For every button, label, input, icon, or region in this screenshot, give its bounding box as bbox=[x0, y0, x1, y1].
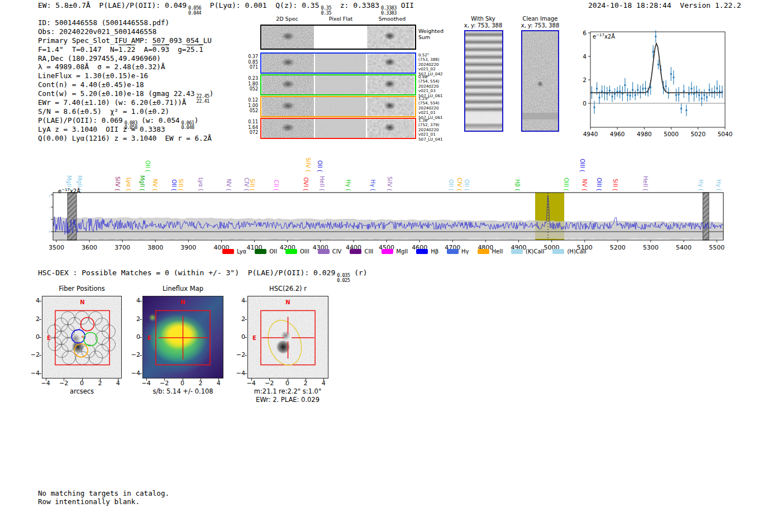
twod-spec-blob bbox=[262, 75, 314, 94]
source-aperture-ellipse bbox=[263, 316, 307, 370]
fiber-positions-plot: +NE bbox=[42, 296, 122, 378]
legend-item: CIV bbox=[318, 248, 342, 255]
twod-row-left-line: 052 bbox=[241, 108, 258, 114]
twod-cell-flat bbox=[315, 54, 366, 73]
with-sky-coords: x, y: 753, 388 bbox=[458, 22, 508, 29]
frac-bottom: 22.41 bbox=[197, 99, 209, 104]
twod-row-left-label-3: 0.121.00052 bbox=[241, 98, 258, 114]
legend-item: Hβ bbox=[416, 248, 438, 255]
hsc-y-tick-mark bbox=[245, 337, 247, 338]
emission-line-label: OIII ( bbox=[596, 178, 602, 191]
twod-row-left-label-1: 0.370.85071 bbox=[241, 54, 258, 70]
x-tick-label: 3600 bbox=[82, 244, 97, 251]
legend-label: Hβ bbox=[431, 248, 438, 255]
y-tick-label: 6 bbox=[583, 30, 586, 36]
text-segment: HSC-DEX : Possible Matches = 0 (within +… bbox=[38, 269, 335, 277]
fiber-x-tick-mark bbox=[46, 378, 46, 381]
legend-label: (H)CaII bbox=[567, 248, 586, 255]
twod-row-2 bbox=[260, 74, 416, 95]
hsc-y-tick-mark bbox=[245, 319, 247, 320]
info-line-14: Q(0.00) Lyα(1216) z = 3.1040 EW r = 6.2Å bbox=[38, 134, 213, 143]
twod-cell-spec bbox=[262, 119, 314, 138]
legend-swatch bbox=[552, 249, 564, 254]
legend-label: CIII bbox=[364, 248, 373, 255]
emission-line-label: NV ( bbox=[152, 179, 158, 191]
info-line-9: Cont(w) = 5.20(±0.10)e-18 (gmag 22.4322.… bbox=[38, 89, 213, 98]
text-segment: (r) bbox=[350, 269, 367, 277]
emission-line-label: CII ( bbox=[273, 180, 279, 191]
twod-cell-spec bbox=[262, 97, 314, 116]
lineflux-map-title: Lineflux Map bbox=[142, 285, 223, 293]
clean-image-title-text: Clean Image bbox=[515, 16, 565, 22]
y-tick-label: 0 bbox=[583, 100, 586, 107]
twod-row-left-line: 1.00 bbox=[241, 103, 258, 109]
text-segment: A= bbox=[135, 45, 152, 54]
elixer-report: EW: 5.8±0.7Å P(LAE)/P(OII): 0.0490.0560.… bbox=[0, 0, 782, 532]
text-segment: Primary Spec_Slot_IFU_AMP: 507_093_054_L… bbox=[38, 36, 212, 45]
twod-row-left-line: 052 bbox=[241, 87, 258, 92]
emission-line-label: SiII ( bbox=[178, 179, 184, 191]
fiber-y-tick-mark bbox=[39, 355, 41, 356]
info-line-1: ID: 5001446558 (5001446558.pdf) bbox=[38, 18, 213, 27]
with-sky-title-text: With Sky bbox=[458, 16, 508, 22]
y-tick-label: 2 bbox=[49, 216, 50, 223]
twod-row-right-line: 507_LU_041 bbox=[418, 137, 443, 142]
twod-row-left-line: 0.37 bbox=[241, 54, 258, 60]
emission-line-label: OVI ( bbox=[303, 177, 309, 191]
fiber-y-tick-label: −2 bbox=[28, 351, 40, 358]
emission-line-label: NV ( bbox=[581, 179, 588, 191]
legend-label: OII bbox=[269, 248, 277, 255]
info-line-3: Primary Spec_Slot_IFU_AMP: 507_093_054_L… bbox=[38, 36, 213, 45]
x-tick-label: 5400 bbox=[676, 244, 692, 251]
emission-line-label: Hβ ( bbox=[514, 179, 521, 191]
highlighted-fiber-circle bbox=[74, 344, 88, 357]
emission-line-label: Lyα ( bbox=[126, 178, 132, 191]
twod-row-left-line: 0.85 bbox=[241, 60, 258, 65]
hsc-y-tick-mark bbox=[245, 373, 247, 374]
legend-item: MgII bbox=[382, 248, 408, 255]
twod-cell-image bbox=[315, 97, 366, 116]
hsc-x-tick-mark bbox=[306, 378, 306, 381]
x-tick-label: 5020 bbox=[690, 131, 705, 137]
twod-cell-spec bbox=[262, 54, 314, 73]
text-segment: ) bbox=[209, 89, 214, 98]
twod-spec-blob bbox=[262, 26, 314, 49]
col-title-pixelflat: Pixel Flat bbox=[315, 16, 366, 22]
twod-cell-image bbox=[315, 119, 366, 138]
hsc-x-tick-mark bbox=[288, 378, 288, 381]
emission-line-label: OII ( bbox=[145, 160, 151, 172]
line-fit-zoom-svg: 4940496049805000502050400246 bbox=[581, 25, 737, 137]
twod-cell-image bbox=[315, 54, 366, 73]
info-line-10: EWr = 7.40(±1.10) (w: 6.20(±0.71))Å bbox=[38, 98, 213, 107]
text-segment: Cont(w) = 5.20(±0.10)e-18 (gmag 22.43 bbox=[38, 89, 195, 98]
text-segment: ID: 5001446558 (5001446558.pdf) bbox=[38, 18, 169, 27]
x-tick-label: 5300 bbox=[643, 244, 659, 251]
col-title-smoothed: Smoothed bbox=[368, 16, 417, 22]
lineflux-x-tick-mark bbox=[146, 378, 147, 381]
twod-cell-spec bbox=[262, 26, 314, 49]
stacked-fraction: 0.0560.044 bbox=[188, 6, 201, 15]
text-segment: Q(0.00) Lyα(1216) z = 3.1040 EW r = 6.2Å bbox=[38, 134, 212, 142]
hsc-y-tick-label: 4 bbox=[234, 297, 245, 304]
hsc-y-tick-label: 2 bbox=[234, 315, 245, 323]
text-segment: 1.22 bbox=[118, 45, 135, 54]
emission-line-label: Hγ ( bbox=[716, 179, 722, 191]
frac-bottom: 0.025 bbox=[337, 278, 350, 283]
full-spectrum-plot: 3500360037003800390040004100420043004400… bbox=[49, 147, 733, 261]
fiber-annotations: +NE bbox=[42, 296, 122, 378]
twod-row-left-line: 0.11 bbox=[241, 119, 258, 125]
frac-bottom: 0.3383 bbox=[381, 11, 397, 16]
text-segment: LyA z = 3.1040 OII z = 0.3383 bbox=[38, 125, 165, 133]
twod-spec-blob bbox=[262, 54, 314, 73]
text-segment: S/N = 8.6(±0.5) χ² = 1.0(±0.2) bbox=[38, 107, 169, 116]
hsc-y-tick-label: −4 bbox=[234, 370, 245, 377]
info-line-7: LineFlux = 1.30(±0.15)e-16 bbox=[38, 71, 213, 80]
text-segment: Cont(n) = 4.40(±0.45)e-18 bbox=[38, 80, 144, 89]
hsc-xlabel: m:21.1 re:2.2" s:1.0" bbox=[240, 387, 335, 395]
frac-bottom: 0.044 bbox=[188, 11, 201, 16]
legend-label: MgII bbox=[396, 248, 408, 255]
stacked-fraction: 22.4522.41 bbox=[197, 94, 209, 103]
twod-smooth-blob bbox=[367, 97, 414, 116]
hsc-x-tick-mark bbox=[269, 378, 270, 381]
twod-smooth-blob bbox=[367, 119, 414, 138]
